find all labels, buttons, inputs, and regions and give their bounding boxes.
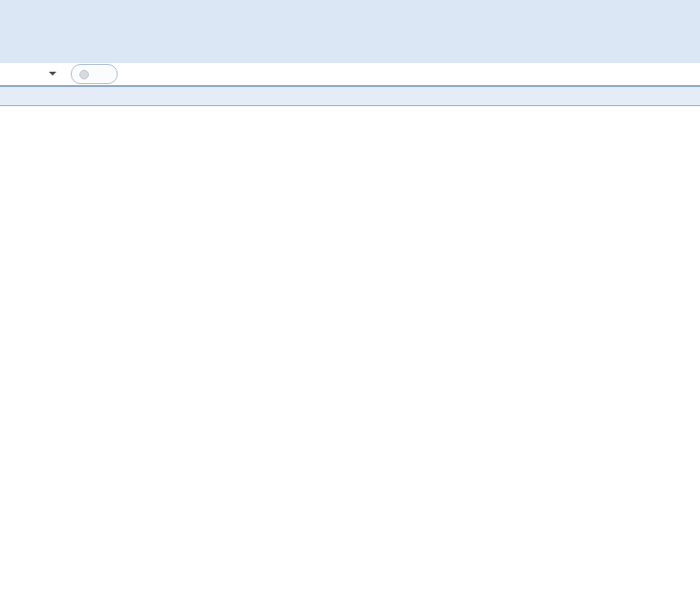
ribbon-data-tab (0, 0, 700, 63)
formula-buttons (71, 64, 118, 84)
formula-bar-row (0, 63, 700, 87)
collapse-dot-icon (79, 70, 89, 79)
name-box-dropdown-icon[interactable] (49, 72, 56, 76)
formula-input[interactable] (118, 63, 700, 85)
name-box[interactable] (0, 63, 59, 85)
column-headers (0, 87, 700, 106)
spreadsheet-grid (0, 106, 700, 589)
